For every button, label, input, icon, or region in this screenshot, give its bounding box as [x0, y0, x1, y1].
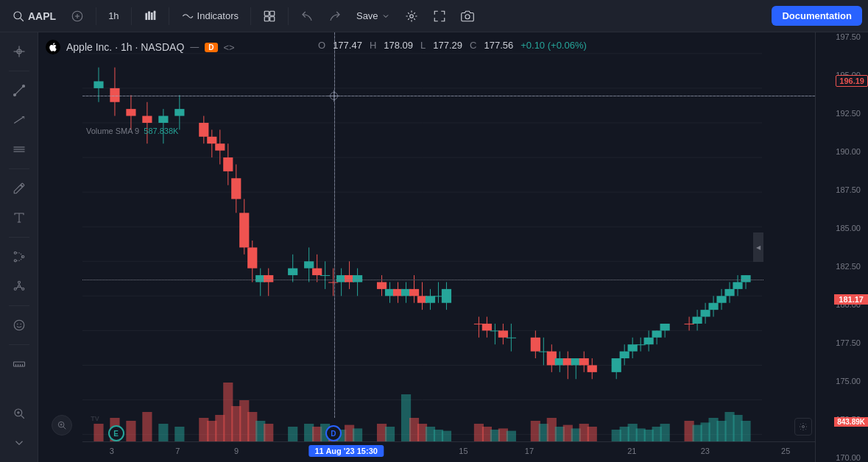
- volume-last-label: 843.89K: [834, 417, 868, 427]
- hline-tool[interactable]: [6, 136, 32, 163]
- svg-point-34: [18, 281, 20, 283]
- divider-1: [96, 7, 96, 25]
- redo-button[interactable]: [322, 7, 347, 26]
- svg-rect-14: [270, 11, 275, 15]
- fullscreen-button[interactable]: [427, 7, 452, 26]
- crosshair-tool[interactable]: [6, 38, 32, 65]
- snapshot-button[interactable]: [455, 7, 480, 26]
- svg-line-40: [20, 287, 21, 288]
- price-tick-label: 192.50: [836, 109, 865, 118]
- svg-rect-13: [264, 11, 269, 15]
- svg-rect-7: [148, 13, 149, 19]
- svg-rect-44: [13, 362, 24, 366]
- code-toggle-icon[interactable]: <>: [224, 42, 235, 53]
- add-symbol-button[interactable]: [65, 7, 90, 26]
- svg-point-58: [802, 426, 805, 428]
- path-tool[interactable]: [6, 244, 32, 270]
- svg-point-35: [14, 288, 16, 290]
- svg-rect-9: [151, 14, 152, 19]
- last-price-label: 181.17: [834, 294, 868, 305]
- tool-divider-1: [9, 71, 29, 71]
- low-value: 177.29: [433, 40, 462, 51]
- svg-point-36: [21, 288, 24, 290]
- search-button[interactable]: AAPL: [6, 7, 62, 26]
- svg-line-39: [16, 287, 18, 288]
- indicators-label: Indicators: [197, 10, 239, 21]
- price-tick-label: 197.50: [836, 32, 865, 41]
- chart-company-name: Apple Inc. · 1h · NASDAQ: [66, 41, 184, 53]
- settings-gear-button[interactable]: [794, 418, 812, 436]
- bottom-controls: [794, 418, 812, 436]
- tool-divider-2: [9, 168, 29, 169]
- dash-line-icon: —: [190, 42, 199, 52]
- price-tick-label: 177.50: [836, 338, 865, 347]
- cluster-tool[interactable]: [6, 273, 32, 299]
- time-tick-label: 9: [234, 447, 239, 455]
- svg-rect-6: [146, 13, 147, 15]
- zoom-in-tool[interactable]: [6, 400, 32, 427]
- svg-line-22: [15, 86, 24, 95]
- ruler-tool[interactable]: [6, 351, 32, 377]
- time-tick-label: 11 Aug '23 15:30: [309, 445, 384, 457]
- timeframe-label: 1h: [108, 10, 119, 21]
- ticker-label: AAPL: [28, 10, 56, 22]
- price-label-list: 197.50195.00192.50190.00187.50185.00182.…: [836, 32, 865, 462]
- time-axis: 37911 Aug '23 15:301517212325: [82, 441, 815, 462]
- settings-button[interactable]: [399, 7, 424, 26]
- svg-point-31: [14, 252, 16, 254]
- svg-line-1: [21, 18, 24, 21]
- tool-divider-5: [9, 344, 29, 345]
- save-button[interactable]: Save: [350, 7, 396, 24]
- scroll-right-arrow[interactable]: ◀: [753, 232, 763, 262]
- text-tool[interactable]: [6, 205, 32, 231]
- event-marker-e[interactable]: E: [108, 425, 124, 441]
- current-price-label: 196.19: [836, 75, 868, 87]
- templates-button[interactable]: [257, 7, 282, 26]
- scroll-down-tool[interactable]: [6, 430, 32, 456]
- open-value: 177.47: [333, 40, 362, 51]
- save-label: Save: [356, 10, 378, 21]
- toolbar: AAPL 1h Indicators: [0, 0, 868, 32]
- close-value: 177.56: [484, 40, 513, 51]
- left-toolbar: [0, 32, 38, 462]
- divider-3: [169, 7, 169, 25]
- time-tick-label: 3: [110, 447, 114, 455]
- trendline-tool[interactable]: [6, 107, 32, 133]
- zoom-button[interactable]: [52, 415, 72, 436]
- documentation-button[interactable]: Documentation: [772, 6, 862, 26]
- svg-rect-10: [151, 13, 152, 14]
- svg-point-0: [14, 12, 21, 19]
- time-tick-label: 17: [525, 447, 534, 455]
- svg-point-23: [13, 94, 15, 96]
- emoji-tool[interactable]: [6, 312, 32, 338]
- svg-point-37: [18, 285, 20, 288]
- svg-point-33: [14, 260, 16, 262]
- price-tick-label: 170.00: [836, 453, 865, 462]
- high-value: 178.09: [384, 40, 413, 51]
- main-area: Apple Inc. · 1h · NASDAQ — D <> O177.47 …: [0, 32, 868, 462]
- time-tick-label: 21: [627, 447, 636, 455]
- svg-rect-5: [146, 15, 147, 19]
- divider-5: [288, 7, 289, 25]
- change-value: +0.10 (+0.06%): [521, 40, 587, 51]
- draw-tool[interactable]: [6, 175, 32, 202]
- event-marker-d[interactable]: D: [325, 425, 342, 441]
- svg-rect-16: [270, 16, 275, 21]
- svg-point-24: [22, 85, 24, 88]
- svg-rect-8: [148, 12, 149, 13]
- svg-line-55: [63, 427, 66, 429]
- ohlc-bar: O177.47 H178.09 L177.29 C177.56 +0.10 (+…: [318, 40, 587, 51]
- price-axis: 197.50195.00192.50190.00187.50185.00182.…: [815, 32, 868, 462]
- svg-rect-12: [154, 11, 155, 13]
- svg-point-17: [409, 14, 413, 18]
- line-tool[interactable]: [6, 77, 32, 104]
- doc-label: Documentation: [782, 10, 852, 21]
- chart-type-button[interactable]: [138, 7, 163, 26]
- candlestick-chart[interactable]: [38, 32, 815, 462]
- chart-area[interactable]: Apple Inc. · 1h · NASDAQ — D <> O177.47 …: [38, 32, 815, 462]
- time-tick-label: 25: [781, 447, 790, 455]
- price-tick-label: 175.00: [836, 377, 865, 385]
- timeframe-button[interactable]: 1h: [102, 7, 124, 24]
- undo-button[interactable]: [294, 7, 320, 26]
- indicators-button[interactable]: Indicators: [175, 7, 244, 26]
